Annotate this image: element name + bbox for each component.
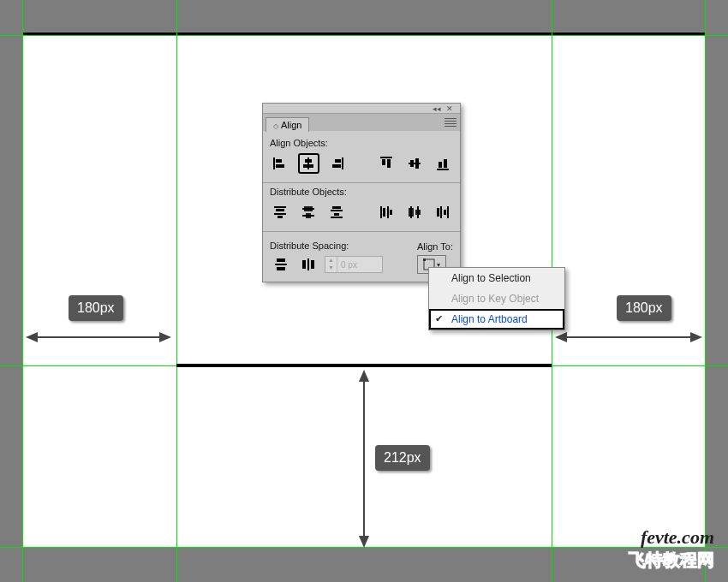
horizontal-distribute-center-icon[interactable] — [403, 202, 425, 223]
measure-right-arrow — [565, 336, 692, 338]
measure-bottom-label: 212px — [375, 445, 430, 471]
align-objects-row — [270, 151, 453, 182]
vertical-distribute-bottom-icon[interactable] — [326, 202, 348, 223]
align-panel[interactable]: ◂◂ ✕ Align Align Objects: Distribute Obj… — [262, 103, 461, 282]
svg-rect-14 — [415, 158, 419, 169]
svg-rect-37 — [415, 210, 421, 215]
svg-rect-17 — [444, 159, 447, 168]
menu-item-label: Align to Artboard — [451, 313, 528, 325]
svg-rect-8 — [332, 164, 341, 168]
section-align-objects-label: Align Objects: — [270, 138, 453, 148]
collapse-icon[interactable]: ◂◂ — [433, 104, 441, 113]
svg-rect-45 — [302, 260, 306, 269]
svg-rect-46 — [307, 258, 309, 270]
svg-rect-10 — [382, 159, 385, 165]
svg-rect-30 — [380, 206, 382, 218]
horizontal-distribute-space-icon[interactable] — [297, 254, 319, 275]
svg-rect-4 — [305, 159, 312, 163]
svg-rect-43 — [275, 264, 287, 265]
svg-rect-33 — [390, 210, 392, 215]
distribute-objects-row — [270, 200, 453, 231]
svg-rect-0 — [273, 157, 275, 169]
svg-rect-49 — [423, 258, 426, 261]
svg-rect-41 — [447, 206, 449, 218]
svg-rect-28 — [334, 213, 339, 216]
vertical-distribute-top-icon[interactable] — [270, 202, 291, 223]
spacing-stepper[interactable]: ▲▼ — [325, 256, 383, 273]
vertical-align-center-icon[interactable] — [403, 153, 425, 174]
panel-menu-icon[interactable] — [445, 116, 456, 128]
selected-rectangle[interactable] — [176, 364, 552, 367]
arrow-head-down — [359, 536, 369, 548]
arrow-head-left — [26, 332, 38, 342]
arrow-head-right — [159, 332, 171, 342]
check-icon: ✔ — [435, 313, 443, 324]
svg-rect-39 — [440, 206, 442, 218]
stepper-up-icon[interactable]: ▲ — [325, 257, 337, 264]
arrow-head-right — [690, 332, 702, 342]
svg-rect-26 — [332, 206, 341, 209]
svg-rect-35 — [409, 208, 414, 217]
horizontal-align-right-icon[interactable] — [326, 153, 348, 174]
guide-vertical[interactable] — [705, 0, 706, 582]
align-to-menu: Align to Selection Align to Key Object ✔… — [428, 267, 565, 330]
distribute-spacing-row: ▲▼ — [270, 254, 417, 275]
guide-vertical[interactable] — [176, 0, 177, 582]
vertical-distribute-center-icon[interactable] — [298, 202, 319, 223]
vertical-align-top-icon[interactable] — [376, 153, 397, 174]
measure-right-label: 180px — [617, 295, 671, 321]
svg-rect-1 — [276, 159, 282, 163]
section-distribute-objects-label: Distribute Objects: — [270, 187, 453, 197]
svg-rect-16 — [439, 162, 442, 168]
svg-rect-21 — [277, 216, 283, 218]
svg-rect-47 — [311, 260, 314, 269]
measure-bottom-arrow — [363, 380, 365, 537]
panel-body: Align Objects: Distribute Objects: Distr… — [263, 131, 460, 282]
svg-rect-11 — [387, 159, 391, 168]
svg-rect-23 — [304, 206, 313, 211]
svg-rect-13 — [410, 160, 414, 167]
svg-rect-19 — [276, 209, 284, 211]
panel-titlebar[interactable]: ◂◂ ✕ — [263, 104, 460, 114]
watermark: fevte.com 飞特教程网 — [629, 526, 714, 572]
horizontal-align-center-icon[interactable] — [298, 153, 319, 174]
arrow-head-up — [359, 370, 369, 382]
svg-rect-32 — [387, 206, 389, 218]
canvas-gray-top — [22, 0, 706, 33]
svg-rect-42 — [277, 258, 285, 262]
arrow-head-left — [555, 332, 567, 342]
horizontal-distribute-left-icon[interactable] — [376, 202, 397, 223]
svg-rect-29 — [331, 217, 343, 218]
svg-rect-25 — [306, 213, 311, 218]
menu-item-align-to-key-object: Align to Key Object — [429, 288, 564, 309]
panel-tabbar: Align — [263, 114, 460, 131]
vertical-distribute-space-icon[interactable] — [270, 254, 292, 275]
canvas-gray-bottom — [22, 548, 706, 582]
svg-rect-15 — [437, 169, 449, 170]
svg-rect-6 — [342, 157, 343, 169]
svg-rect-7 — [335, 159, 341, 163]
guide-horizontal[interactable] — [0, 35, 728, 36]
measure-left-label: 180px — [69, 295, 123, 321]
stepper-down-icon[interactable]: ▼ — [325, 264, 337, 272]
close-icon[interactable]: ✕ — [446, 104, 453, 113]
guide-vertical[interactable] — [22, 0, 23, 582]
tab-align[interactable]: Align — [266, 117, 309, 132]
svg-rect-2 — [276, 164, 284, 168]
horizontal-align-left-icon[interactable] — [270, 153, 291, 174]
svg-rect-27 — [331, 210, 343, 211]
spacing-input[interactable] — [337, 260, 382, 270]
svg-rect-31 — [383, 208, 385, 217]
watermark-brand: 飞特教程网 — [629, 549, 714, 572]
svg-rect-18 — [274, 206, 286, 208]
svg-rect-5 — [303, 164, 313, 168]
section-align-to-label: Align To: — [417, 241, 453, 252]
measure-left-arrow — [36, 336, 161, 338]
svg-rect-44 — [277, 267, 285, 270]
menu-item-align-to-selection[interactable]: Align to Selection — [429, 268, 564, 288]
horizontal-distribute-right-icon[interactable] — [432, 202, 453, 223]
menu-item-align-to-artboard[interactable]: ✔ Align to Artboard — [429, 309, 564, 330]
svg-rect-20 — [274, 213, 286, 215]
vertical-align-bottom-icon[interactable] — [432, 153, 453, 174]
svg-rect-38 — [437, 208, 439, 217]
